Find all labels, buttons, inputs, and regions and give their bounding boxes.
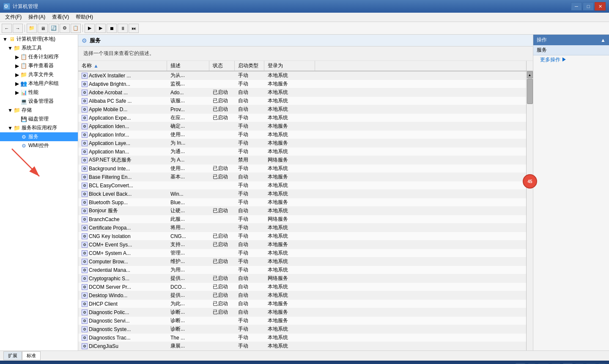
cell-startup: 手动: [235, 224, 264, 232]
cell-name: ⚙ Diagnostics Trac...: [78, 334, 167, 341]
action-panel: 操作 ▲ 服务 更多操作 ▶: [533, 35, 609, 350]
table-scroll-inner[interactable]: ⚙ ActiveX Installer ... 为从... 手动 本地系统 ⚙ …: [78, 71, 526, 350]
table-row[interactable]: ⚙ Block Level Back... Win... 手动 本地系统: [78, 190, 526, 198]
col-header-logon[interactable]: 登录为: [264, 61, 315, 71]
table-row[interactable]: ⚙ Application Infor... 使用... 手动 本地系统: [78, 131, 526, 139]
tree-item-task-scheduler[interactable]: ▶ 📋 任务计划程序: [0, 52, 78, 61]
table-row[interactable]: ⚙ Adaptive Brightn... 监视... 手动 本地服务: [78, 80, 526, 88]
table-row[interactable]: ⚙ Application Expe... 在应... 已启动 手动 本地系统: [78, 114, 526, 122]
table-row[interactable]: ⚙ Computer Brow... 维护... 已启动 手动 本地系统: [78, 257, 526, 266]
stop-button[interactable]: ⏹: [107, 24, 117, 33]
title-bar-controls: ─ □ ✕: [571, 2, 606, 11]
tree-item-performance[interactable]: ▶ 📊 性能: [0, 88, 78, 97]
cell-logon: 本地系统: [264, 342, 315, 350]
table-row[interactable]: ⚙ Adobe Acrobat ... Ado... 已启动 自动 本地系统: [78, 88, 526, 97]
col-header-name[interactable]: 名称 ▲: [78, 61, 167, 71]
table-row[interactable]: ⚙ Desktop Windo... 提供... 已启动 自动 本地系统: [78, 291, 526, 300]
forward-button[interactable]: →: [13, 24, 23, 33]
tree-item-system-tools[interactable]: ▼ 📁 系统工具: [0, 44, 78, 52]
menu-view[interactable]: 查看(V): [49, 13, 72, 22]
table-row[interactable]: ⚙ ActiveX Installer ... 为从... 手动 本地系统: [78, 71, 526, 80]
table-row[interactable]: ⚙ Background Inte... 使用... 已启动 手动 本地系统: [78, 164, 526, 173]
col-header-desc[interactable]: 描述: [167, 61, 209, 71]
pause-button[interactable]: ⏸: [118, 24, 128, 33]
tab-extend[interactable]: 扩展: [3, 351, 22, 360]
cell-startup: 自动: [235, 173, 264, 181]
table-scrollbar[interactable]: ▲: [526, 71, 533, 350]
tree-item-storage[interactable]: ▼ 📁 存储: [0, 106, 78, 115]
table-row[interactable]: ⚙ Application Iden... 确定... 手动 本地服务: [78, 122, 526, 131]
play-button-2[interactable]: ▶: [96, 24, 106, 33]
cell-startup: 手动: [235, 266, 264, 274]
table-row[interactable]: ⚙ Base Filtering En... 基本... 已启动 自动 本地服务: [78, 173, 526, 181]
col-header-startup[interactable]: 启动类型: [235, 61, 264, 71]
title-bar-left: ⚙ 计算机管理: [3, 3, 38, 10]
cell-status: 已启动: [209, 241, 235, 249]
tree-item-disk-mgmt[interactable]: 💾 磁盘管理: [0, 115, 78, 123]
tree-item-wmi[interactable]: ⚙ WMI控件: [0, 141, 78, 150]
table-row[interactable]: ⚙ Certificate Propa... 将用... 手动 本地系统: [78, 224, 526, 232]
scrollbar-thumb[interactable]: [527, 79, 533, 104]
table-row[interactable]: ⚙ Cryptographic S... 提供... 已启动 自动 网络服务: [78, 274, 526, 283]
table-row[interactable]: ⚙ DHCP Client 为此... 已启动 自动 本地服务: [78, 300, 526, 308]
table-row[interactable]: ⚙ COM+ Event Sys... 支持... 已启动 自动 本地服务: [78, 241, 526, 249]
table-row[interactable]: ⚙ Application Man... 为通... 手动 本地系统: [78, 148, 526, 156]
table-row[interactable]: ⚙ Application Laye... 为 In... 手动 本地服务: [78, 139, 526, 148]
action-more-label: 更多操作: [540, 57, 560, 63]
table-row[interactable]: ⚙ DiCengJiaSu 康展... 手动 本地系统: [78, 342, 526, 350]
col-header-status[interactable]: 状态: [209, 61, 235, 71]
table-row[interactable]: ⚙ Credential Mana... 为用... 手动 本地系统: [78, 266, 526, 274]
cell-name: ⚙ DiCengJiaSu: [78, 342, 167, 350]
table-row[interactable]: ⚙ Diagnostics Trac... The ... 手动 本地系统: [78, 334, 526, 342]
action-item-more[interactable]: 更多操作 ▶: [533, 55, 609, 64]
cell-status: 已启动: [209, 274, 235, 282]
tree-item-event-viewer[interactable]: ▶ 📋 事件查看器: [0, 61, 78, 70]
settings-button[interactable]: ⚙: [60, 24, 70, 33]
cell-desc: Blue...: [167, 199, 209, 206]
table-row[interactable]: ⚙ Alibaba PC Safe ... 该服... 已启动 自动 本地系统: [78, 97, 526, 105]
table-row[interactable]: ⚙ Bonjour 服务 让硬... 已启动 自动 本地系统: [78, 207, 526, 215]
computer-button[interactable]: 🖥: [38, 24, 48, 33]
table-row[interactable]: ⚙ Bluetooth Supp... Blue... 手动 本地服务: [78, 198, 526, 207]
tree-item-services[interactable]: ⚙ 服务: [0, 132, 78, 141]
folder-button[interactable]: 📁: [27, 24, 37, 33]
cell-desc: 康展...: [167, 342, 209, 350]
tree-item-device-manager[interactable]: 💻 设备管理器: [0, 97, 78, 106]
cell-status: [209, 270, 235, 271]
menu-file[interactable]: 文件(F): [2, 13, 25, 22]
table-row[interactable]: ⚙ BCL EasyConvert... 手动 本地系统: [78, 181, 526, 190]
cell-desc: Win...: [167, 191, 209, 197]
table-row[interactable]: ⚙ Apple Mobile D... Prov... 已启动 自动 本地系统: [78, 105, 526, 114]
table-row[interactable]: ⚙ CNG Key Isolation CNG... 已启动 手动 本地系统: [78, 232, 526, 241]
cell-status: [209, 346, 235, 347]
maximize-button[interactable]: □: [583, 2, 594, 11]
table-row[interactable]: ⚙ Diagnostic Servi... 诊断... 手动 本地服务: [78, 317, 526, 325]
table-row[interactable]: ⚙ DCOM Server Pr... DCO... 已启动 自动 本地系统: [78, 283, 526, 291]
cell-status: [209, 337, 235, 338]
menu-help[interactable]: 帮助(H): [72, 13, 96, 22]
table-row[interactable]: ⚙ COM+ System A... 管理... 手动 本地系统: [78, 249, 526, 257]
table-row[interactable]: ⚙ ASP.NET 状态服务 为 A... 禁用 网络服务: [78, 156, 526, 164]
minimize-button[interactable]: ─: [571, 2, 582, 11]
tree-item-services-apps[interactable]: ▼ 📁 服务和应用程序: [0, 123, 78, 132]
refresh-button[interactable]: 🔄: [49, 24, 59, 33]
services-panel: ⚙ 服务 选择一个项目来查看它的描述。 名称 ▲ 描述: [78, 35, 533, 350]
tree-root[interactable]: ▼ 🖥 计算机管理(本地): [0, 35, 78, 44]
skip-button[interactable]: ⏭: [129, 24, 139, 33]
back-button[interactable]: ←: [2, 24, 12, 33]
close-button[interactable]: ✕: [595, 2, 606, 11]
export-button[interactable]: 📋: [71, 24, 81, 33]
cell-logon: 本地服务: [264, 198, 315, 206]
scrollbar-header: [526, 61, 533, 71]
tree-item-shared-folders[interactable]: ▶ 📁 共享文件夹: [0, 70, 78, 79]
cell-desc: 为用...: [167, 266, 209, 274]
tab-standard[interactable]: 标准: [22, 351, 41, 360]
table-row[interactable]: ⚙ Diagnostic Polic... 诊断... 已启动 自动 本地服务: [78, 308, 526, 317]
menu-action[interactable]: 操作(A): [25, 13, 49, 22]
play-button-1[interactable]: ▶: [85, 24, 95, 33]
table-row[interactable]: ⚙ BranchCache 此服... 手动 网络服务: [78, 215, 526, 224]
folder-icon-event: 📋: [20, 63, 27, 69]
table-row[interactable]: ⚙ Diagnostic Syste... 诊断... 手动 本地系统: [78, 325, 526, 334]
tree-item-local-users[interactable]: ▶ 👥 本地用户和组: [0, 79, 78, 88]
cell-name: ⚙ ActiveX Installer ...: [78, 72, 167, 79]
